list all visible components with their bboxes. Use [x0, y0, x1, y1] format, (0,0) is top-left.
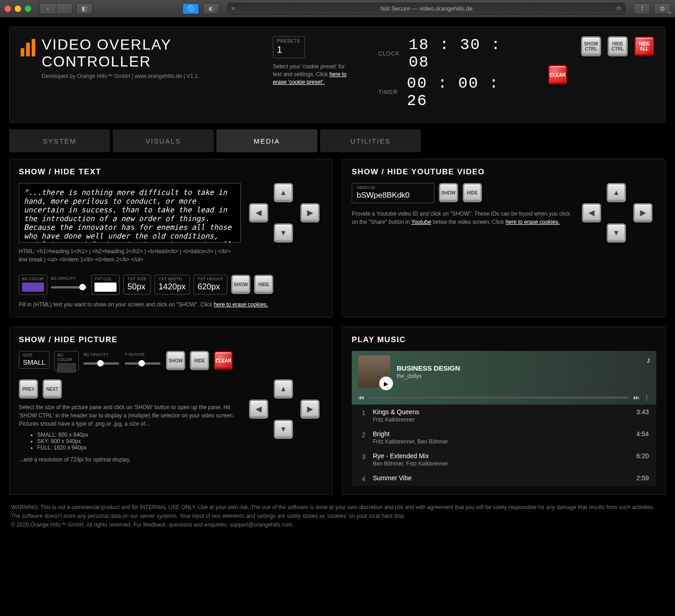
- tab-media[interactable]: MEDIA: [216, 129, 317, 152]
- text-erase-link[interactable]: here to erase cookies.: [214, 301, 268, 308]
- album-artist: the_dollys: [397, 373, 460, 379]
- yt-help: Provide a Youtube video ID and click on …: [352, 210, 574, 226]
- picture-panel: SHOW / HIDE PICTURE SIZESMALL BG COLOR B…: [9, 327, 333, 495]
- text-hide-button[interactable]: HIDE: [254, 275, 273, 294]
- menu-icon: ≡: [232, 5, 235, 12]
- pic-clear-button[interactable]: CLEAR: [214, 351, 233, 370]
- yt-right-button[interactable]: ▶: [633, 203, 653, 222]
- play-button[interactable]: ▶: [379, 377, 393, 390]
- browser-chrome: ‹ › ◧ ⓘ ◐ ≡ Not Secure — video.orangehil…: [0, 0, 675, 17]
- app-subtitle: Developed by Orange Hills™ GmbH | www.or…: [42, 73, 259, 79]
- nav-buttons: ‹ ›: [39, 3, 72, 14]
- size-field[interactable]: SIZESMALL: [19, 351, 50, 369]
- prev-track-icon[interactable]: ⏮: [358, 394, 364, 401]
- pic-help2: ...and a resolution of 72dpi for optimal…: [19, 455, 241, 464]
- next-button[interactable]: NEXT: [43, 379, 62, 399]
- sidebar-button[interactable]: ◧: [76, 3, 93, 14]
- text-left-button[interactable]: ◀: [249, 203, 268, 222]
- text-right-button[interactable]: ▶: [300, 203, 320, 222]
- presets-label: PRESETS: [277, 39, 301, 44]
- tab-utilities[interactable]: UTILITIES: [320, 129, 421, 152]
- maximize-window-icon[interactable]: [25, 6, 31, 12]
- pic-down-button[interactable]: ▼: [274, 420, 293, 439]
- hide-ctrl-button[interactable]: HIDE CTRL: [608, 36, 628, 56]
- spotify-icon[interactable]: ♪: [647, 355, 651, 365]
- share-icon[interactable]: ⋮: [644, 394, 650, 401]
- main-tabs: SYSTEM VISUALS MEDIA UTILITIES: [9, 129, 666, 152]
- yt-left-button[interactable]: ◀: [582, 203, 601, 222]
- pic-dpad: ▲ ▼ ◀ ▶: [245, 379, 323, 439]
- url-text: Not Secure — video.orangehills.de: [381, 5, 473, 12]
- bgcolor-field[interactable]: BG COLOR: [19, 275, 47, 295]
- presets-value: 1: [277, 44, 301, 55]
- presets-field[interactable]: PRESETS 1: [273, 36, 305, 58]
- window-controls: [5, 6, 31, 12]
- yrotate-slider[interactable]: Y ROTATE: [125, 351, 161, 368]
- next-track-icon[interactable]: ⏭: [633, 394, 639, 401]
- reader-button[interactable]: ◐: [203, 3, 219, 14]
- clear-button[interactable]: CLEAR: [548, 65, 567, 85]
- text-footer-help: Fill in (HTML) text you want to show on …: [19, 300, 323, 309]
- pic-hide-button[interactable]: HIDE: [190, 351, 209, 370]
- back-button[interactable]: ‹: [39, 3, 56, 14]
- tab-visuals[interactable]: VISUALS: [113, 129, 214, 152]
- text-down-button[interactable]: ▼: [274, 223, 293, 243]
- logo-icon: [21, 39, 35, 56]
- hide-all-button[interactable]: HIDE ALL: [634, 36, 654, 56]
- txtwidth-field[interactable]: TXT WIDTH1420px: [155, 275, 190, 294]
- prev-button[interactable]: PREV: [19, 379, 38, 399]
- yt-erase-link[interactable]: here to erase cookies.: [505, 219, 559, 225]
- music-panel: PLAY MUSIC ▶ BUSINESS DESIGN the_dollys …: [342, 327, 666, 495]
- track-row[interactable]: 3Rye - Extended MixBen Böhmer, Fritz Kal…: [352, 449, 656, 471]
- track-row[interactable]: 4Summer Vibe2:59: [352, 471, 656, 486]
- youtube-panel: SHOW / HIDE YOUTUBE VIDEO VIDEO ID bSWpe…: [342, 159, 666, 317]
- html-hint: HTML: <h1>heading 1</h1> | <h2>heading 2…: [19, 247, 241, 264]
- clock-value: 18 : 30 : 08: [409, 36, 507, 71]
- close-window-icon[interactable]: [5, 6, 11, 12]
- txtsize-field[interactable]: TXT SIZE50px: [123, 275, 151, 294]
- txtcolor-field[interactable]: TXT COL: [91, 275, 120, 295]
- track-row[interactable]: 1Kings & QueensFritz Kalkbrenner3:43: [352, 405, 656, 427]
- text-panel: SHOW / HIDE TEXT HTML: <h1>heading 1</h1…: [9, 159, 333, 317]
- forward-button[interactable]: ›: [56, 3, 72, 14]
- info-button[interactable]: ⓘ: [183, 3, 199, 14]
- pic-right-button[interactable]: ▶: [300, 400, 320, 419]
- app-header: VIDEO OVERLAY CONTROLLER Developed by Or…: [9, 27, 666, 123]
- show-ctrl-button[interactable]: SHOW CTRL: [581, 36, 601, 56]
- pic-left-button[interactable]: ◀: [249, 400, 268, 419]
- youtube-link[interactable]: Youtube: [411, 219, 432, 225]
- pic-up-button[interactable]: ▲: [274, 379, 293, 399]
- footer-disclaimer: WARNING: This is not a commercial produc…: [9, 495, 666, 538]
- track-row[interactable]: 2BrightFritz Kalkbrenner, Ben Böhmer4:54: [352, 427, 656, 449]
- address-bar[interactable]: ≡ Not Secure — video.orangehills.de ⟳: [227, 3, 625, 15]
- bgopacity-slider[interactable]: BG OPACITY: [51, 275, 88, 292]
- progress-bar[interactable]: [369, 397, 629, 399]
- share-button[interactable]: ⤴: [634, 3, 650, 14]
- text-input[interactable]: [19, 183, 241, 243]
- text-up-button[interactable]: ▲: [274, 183, 293, 202]
- refresh-icon[interactable]: ⟳: [616, 5, 621, 12]
- pic-bgcolor-field[interactable]: BG COLOR: [54, 351, 79, 371]
- pic-bgopacity-slider[interactable]: BG OPACITY: [83, 351, 120, 368]
- timer-label: TIMER: [378, 89, 398, 95]
- pic-sizes-list: SMALL: 800 x 640px SKY: 800 x 940px FULL…: [37, 432, 241, 451]
- yt-show-button[interactable]: SHOW: [439, 183, 458, 202]
- minimize-window-icon[interactable]: [15, 6, 21, 12]
- new-tab-button[interactable]: +: [667, 8, 675, 18]
- text-show-button[interactable]: SHOW: [231, 275, 250, 294]
- timer-value: 00 : 00 : 26: [407, 75, 507, 110]
- spotify-embed: ▶ BUSINESS DESIGN the_dollys ♪ ⏮ ⏭ ⋮ 1Ki…: [352, 351, 656, 486]
- presets-help: Select your 'cookie preset' for text and…: [273, 63, 351, 86]
- yt-down-button[interactable]: ▼: [607, 223, 626, 243]
- tab-system[interactable]: SYSTEM: [9, 129, 110, 152]
- text-dpad: ▲ ▼ ◀ ▶: [245, 183, 323, 243]
- pic-show-button[interactable]: SHOW: [166, 351, 185, 370]
- text-panel-title: SHOW / HIDE TEXT: [19, 167, 323, 177]
- yt-up-button[interactable]: ▲: [607, 183, 626, 202]
- album-title: BUSINESS DESIGN: [397, 364, 460, 372]
- album-art: ▶: [358, 355, 390, 388]
- yt-hide-button[interactable]: HIDE: [463, 183, 482, 202]
- txtheight-field[interactable]: TXT HEIGHT620px: [194, 275, 227, 294]
- video-id-field[interactable]: VIDEO ID bSWpe8BKdk0: [352, 183, 434, 203]
- youtube-panel-title: SHOW / HIDE YOUTUBE VIDEO: [352, 167, 656, 177]
